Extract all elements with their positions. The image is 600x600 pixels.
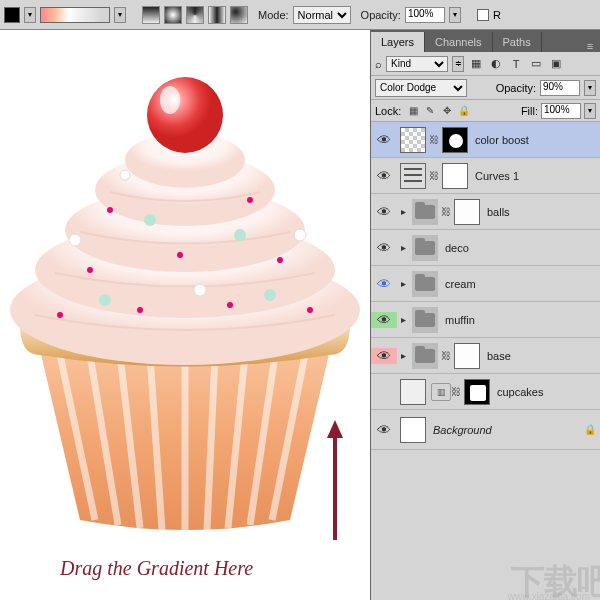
group-mask-thumb[interactable] xyxy=(454,199,480,225)
foreground-color-chip[interactable] xyxy=(4,7,20,23)
disclose-icon[interactable]: ▸ xyxy=(397,350,409,361)
filter-kind-caret[interactable]: ≑ xyxy=(452,56,464,72)
layer-row-cupcakes[interactable]: 👁 ▥ ⛓ cupcakes xyxy=(371,374,600,410)
filter-adjustment-icon[interactable]: ◐ xyxy=(488,56,504,72)
visibility-toggle[interactable]: 👁 xyxy=(371,422,397,438)
mask-link-icon[interactable]: ⛓ xyxy=(429,134,439,145)
layer-row-deco[interactable]: 👁 ▸ deco xyxy=(371,230,600,266)
mask-link-icon[interactable]: ⛓ xyxy=(441,350,451,361)
options-toolbar: ▾ ▾ Mode: Normal Opacity: 100% ▾ R xyxy=(0,0,600,30)
layer-thumb[interactable] xyxy=(400,417,426,443)
filter-pixel-icon[interactable]: ▦ xyxy=(468,56,484,72)
visibility-toggle[interactable]: 👁 xyxy=(371,168,397,184)
layer-name[interactable]: base xyxy=(483,350,600,362)
svg-point-24 xyxy=(307,307,313,313)
disclose-icon[interactable]: ▸ xyxy=(397,314,409,325)
mask-link-icon[interactable]: ⛓ xyxy=(451,386,461,397)
gradient-angle-icon[interactable] xyxy=(186,6,204,24)
reverse-checkbox[interactable] xyxy=(477,9,489,21)
svg-point-28 xyxy=(120,170,130,180)
tab-layers[interactable]: Layers xyxy=(371,32,425,52)
tab-channels[interactable]: Channels xyxy=(425,32,492,52)
svg-point-21 xyxy=(137,307,143,313)
svg-point-25 xyxy=(69,234,81,246)
folder-icon xyxy=(412,199,438,225)
layer-row-color-boost[interactable]: 👁 ⛓ color boost xyxy=(371,122,600,158)
panel-menu-icon[interactable]: ≡ xyxy=(580,40,600,52)
layer-opacity-label: Opacity: xyxy=(496,82,536,94)
visibility-toggle[interactable]: 👁 xyxy=(371,312,397,328)
layer-name[interactable]: Curves 1 xyxy=(471,170,600,182)
filter-smart-icon[interactable]: ▣ xyxy=(548,56,564,72)
gradient-diamond-icon[interactable] xyxy=(230,6,248,24)
svg-point-31 xyxy=(99,294,111,306)
layer-mask-thumb[interactable] xyxy=(464,379,490,405)
fill-caret[interactable]: ▾ xyxy=(584,103,596,119)
layer-name[interactable]: color boost xyxy=(471,134,600,146)
document-canvas[interactable]: Drag the Gradient Here xyxy=(0,30,370,600)
layers-panel: Layers Channels Paths ≡ ⌕ Kind ≑ ▦ ◐ T ▭… xyxy=(370,30,600,600)
visibility-toggle[interactable]: 👁 xyxy=(371,384,397,400)
svg-point-26 xyxy=(294,229,306,241)
layer-row-balls[interactable]: 👁 ▸ ⛓ balls xyxy=(371,194,600,230)
color-chip-caret[interactable]: ▾ xyxy=(24,7,36,23)
layer-thumb[interactable] xyxy=(400,379,426,405)
layer-name[interactable]: cupcakes xyxy=(493,386,600,398)
lock-all-icon[interactable]: 🔒 xyxy=(457,104,471,118)
lock-row: Lock: ▦ ✎ ✥ 🔒 Fill: 100% ▾ xyxy=(371,100,600,122)
gradient-picker-caret[interactable]: ▾ xyxy=(114,7,126,23)
visibility-toggle[interactable]: 👁 xyxy=(371,348,397,364)
svg-point-32 xyxy=(264,289,276,301)
filter-shape-icon[interactable]: ▭ xyxy=(528,56,544,72)
blend-mode-select[interactable]: Normal xyxy=(293,6,351,24)
mask-link-icon[interactable]: ⛓ xyxy=(429,170,439,181)
disclose-icon[interactable]: ▸ xyxy=(397,206,409,217)
fill-label: Fill: xyxy=(521,105,538,117)
visibility-toggle[interactable]: 👁 xyxy=(371,276,397,292)
svg-point-18 xyxy=(87,267,93,273)
visibility-toggle[interactable]: 👁 xyxy=(371,204,397,220)
gradient-swatch[interactable] xyxy=(40,7,110,23)
opacity-input[interactable]: 100% xyxy=(405,7,445,23)
layer-blend-mode-select[interactable]: Color Dodge xyxy=(375,79,467,97)
filter-kind-select[interactable]: Kind xyxy=(386,56,448,72)
mask-link-icon[interactable]: ⛓ xyxy=(441,206,451,217)
layer-filter-row: ⌕ Kind ≑ ▦ ◐ T ▭ ▣ xyxy=(371,52,600,76)
opacity-caret[interactable]: ▾ xyxy=(449,7,461,23)
blend-row: Color Dodge Opacity: 90% ▾ xyxy=(371,76,600,100)
layer-name[interactable]: cream xyxy=(441,278,600,290)
gradient-reflected-icon[interactable] xyxy=(208,6,226,24)
layer-name[interactable]: muffin xyxy=(441,314,600,326)
svg-point-14 xyxy=(147,77,223,153)
group-mask-thumb[interactable] xyxy=(454,343,480,369)
fill-input[interactable]: 100% xyxy=(541,103,581,119)
layer-thumb[interactable] xyxy=(400,127,426,153)
filter-kind-icon: ⌕ xyxy=(375,58,382,70)
layer-mask-thumb[interactable] xyxy=(442,127,468,153)
disclose-icon[interactable]: ▸ xyxy=(397,278,409,289)
layer-row-cream[interactable]: 👁 ▸ cream xyxy=(371,266,600,302)
filter-type-icon[interactable]: T xyxy=(508,56,524,72)
layer-name[interactable]: balls xyxy=(483,206,600,218)
gradient-radial-icon[interactable] xyxy=(164,6,182,24)
layer-mask-thumb[interactable] xyxy=(442,163,468,189)
disclose-icon[interactable]: ▸ xyxy=(397,242,409,253)
folder-icon xyxy=(412,343,438,369)
layer-row-curves[interactable]: 👁 ⛓ Curves 1 xyxy=(371,158,600,194)
layer-name[interactable]: Background xyxy=(429,424,584,436)
lock-transparency-icon[interactable]: ▦ xyxy=(406,104,420,118)
lock-position-icon[interactable]: ✥ xyxy=(440,104,454,118)
layer-row-base[interactable]: 👁 ▸ ⛓ base xyxy=(371,338,600,374)
layer-row-muffin[interactable]: 👁 ▸ muffin xyxy=(371,302,600,338)
visibility-toggle[interactable]: 👁 xyxy=(371,240,397,256)
layer-list: 👁 ⛓ color boost 👁 ⛓ Curves 1 👁 ▸ ⛓ balls… xyxy=(371,122,600,600)
layer-row-background[interactable]: 👁 Background 🔒 xyxy=(371,410,600,450)
visibility-toggle[interactable]: 👁 xyxy=(371,132,397,148)
lock-pixels-icon[interactable]: ✎ xyxy=(423,104,437,118)
layer-opacity-input[interactable]: 90% xyxy=(540,80,580,96)
layer-opacity-caret[interactable]: ▾ xyxy=(584,80,596,96)
adjustment-icon[interactable] xyxy=(400,163,426,189)
gradient-linear-icon[interactable] xyxy=(142,6,160,24)
tab-paths[interactable]: Paths xyxy=(493,32,542,52)
layer-name[interactable]: deco xyxy=(441,242,600,254)
